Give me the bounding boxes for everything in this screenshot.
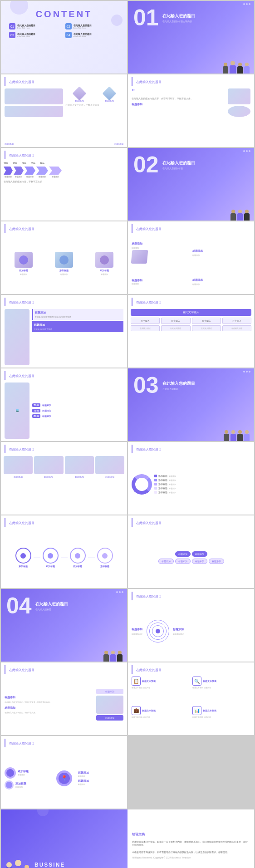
gear-label-1: 添加标题	[18, 770, 29, 774]
menu-label-4: 在此输入您的题目	[74, 33, 92, 35]
building-photo	[96, 696, 123, 714]
slide-3: 在此输入您的题目 标题添加 标题添加 在此输入文字内容，字数不宜太多	[1, 74, 127, 147]
photo-label-13-4: 标题添加	[95, 476, 124, 478]
globe-row-2: 添加标题 标题添加	[154, 479, 250, 481]
slide-4: 在此输入您的题目 " 在此输入您的描述内容文字，内容简洁明了，字数不宜太多。 标…	[128, 74, 254, 147]
biz-people-4	[103, 651, 123, 662]
diamond-2	[102, 86, 116, 100]
slide-3-header: 在此输入您的题目	[5, 77, 123, 86]
dots-deco-17	[116, 591, 123, 593]
gear-row-1: 添加标题 标题添加	[5, 767, 50, 779]
ring-center	[156, 629, 160, 633]
chapter-title-4: 在此输入您的题目	[35, 601, 68, 607]
label-19-2: 标题添加	[5, 706, 94, 710]
photo-label-13-1: 标题添加	[4, 476, 33, 478]
pair-label-8-4: 标题添加	[192, 278, 251, 282]
chapter-number-1: 01	[133, 6, 159, 29]
photo-s13-1	[4, 456, 33, 474]
gear-label-4: 标题添加	[78, 779, 89, 783]
table-desc-1: 在此输入描述	[131, 325, 160, 331]
gear-main: 📍	[56, 770, 72, 786]
icon-label-text-3: 标题文本预填	[142, 709, 156, 712]
globe-row-5: 添加标题 标题添加	[154, 491, 250, 494]
thankyou-text-3: All Rights Reserved. Copyright © 2024 Bu…	[132, 856, 250, 860]
legend-2	[154, 479, 157, 481]
photo-s4-2	[228, 106, 250, 117]
flow-light-2: 标题添加	[175, 559, 191, 564]
slide-12: 03 在此输入您的题目 在此输入副标题	[128, 368, 254, 441]
gear-label-2: 添加标题	[15, 782, 26, 786]
photo-s13-4	[95, 456, 124, 474]
slide-20-header: 在此输入您的题目	[132, 665, 250, 674]
gear-label-3: 标题添加	[78, 771, 89, 775]
pct-row-3: 80% 标题添加	[32, 414, 123, 418]
thankyou-left: BUSSINE 感谢您的观看	[1, 809, 128, 868]
slide-11-header: 在此输入您的题目	[5, 371, 123, 380]
globe-label-4: 添加标题	[158, 487, 167, 490]
thankyou-text-area: BUSSINE 感谢您的观看	[34, 862, 73, 868]
desc-19-1: 在此输入内容文字描述，字数不宜太多，控制在两行以内。	[5, 701, 94, 703]
dots-deco-6	[243, 150, 250, 152]
pair-desc-8-1: 标题添加	[132, 247, 190, 249]
photo-label-13-2: 标题添加	[34, 476, 63, 478]
pair-8-4: 标题添加 标题添加	[192, 278, 251, 285]
pair-desc-8-2: 标题添加	[192, 254, 251, 256]
slide-16-header: 在此输入您的题目	[132, 518, 250, 527]
gear-row-4: 标题添加 标题添加	[78, 779, 123, 785]
pair-8-3: 标题添加 标题添加	[132, 279, 190, 285]
circle-item-1: 添加标题	[15, 548, 31, 568]
icon-img-2: 🔍	[192, 677, 201, 686]
slide-18: 在此输入您的题目 标题添加 标题添加描述 标题添加 标题添加描述	[128, 589, 254, 662]
pair-8-1: 标题添加 标题添加	[132, 242, 190, 264]
circle-connector-1	[34, 558, 40, 558]
pair-label-8-1: 标题添加	[132, 242, 190, 246]
legend-3	[154, 483, 157, 485]
slide-18-header: 在此输入您的题目	[132, 592, 250, 600]
flow-light-1: 标题添加	[158, 559, 174, 564]
desc-19-2: 在此输入内容文字描述，字数不宜太多。	[5, 711, 94, 714]
gear-sublabel-2: 标题添加	[15, 786, 26, 788]
pct-row-1: 70% 标题添加	[32, 403, 123, 407]
globe-label-5: 添加标题	[158, 491, 167, 494]
label-s3-bottom-1: 标题添加	[5, 142, 14, 145]
globe-label-3: 添加标题	[158, 483, 167, 485]
flow-light-3: 标题添加	[192, 559, 207, 564]
globe-row-1: 添加标题 标题添加	[154, 475, 250, 477]
icon-desc-3: 标题文本预填 描述内容	[132, 716, 190, 718]
icon-card-3: 💼 标题文本预填 标题文本预填 描述内容	[132, 706, 190, 733]
pair-label-8-3: 标题添加	[132, 279, 190, 283]
circle-1	[15, 548, 31, 564]
circle-connector-3	[88, 558, 95, 558]
slide-17: 04 在此输入您的题目 在此输入副标题	[1, 589, 127, 662]
flow-purple-2: 标题添加	[192, 551, 207, 557]
gear-sublabel-1: 标题添加	[18, 774, 29, 776]
menu-item-1: 01 在此输入您的题目 Enter Title Here	[9, 23, 63, 29]
card-label-7-2: 添加标题	[59, 269, 69, 272]
circle-inner-1	[20, 553, 26, 559]
photo-label-13-3: 标题添加	[65, 476, 94, 478]
globe-sublabel-5: 标题添加	[169, 491, 176, 494]
slide-14-header: 在此输入您的题目	[132, 445, 250, 453]
slide-8-header: 在此输入您的题目	[132, 224, 250, 233]
menu-sub-1: Enter Title Here	[17, 27, 35, 29]
icon-img-3: 💼	[132, 706, 141, 715]
photo-2	[5, 106, 63, 117]
icon-img-1: 📋	[132, 677, 141, 686]
pct-label-1: 标题添加	[42, 404, 51, 407]
chapter-sub-3: 在此输入副标题	[162, 387, 195, 390]
pct-badge-3: 80%	[32, 414, 40, 418]
menu-icon-2: 02	[65, 23, 72, 29]
menu-label-2: 在此输入您的题目	[74, 24, 92, 27]
photo-s13-3	[65, 456, 94, 474]
slide-13: 在此输入您的题目 标题添加 标题添加 标题添加 标题添加	[1, 442, 127, 515]
label-18-1: 标题添加	[132, 628, 142, 632]
menu-label-1: 在此输入您的题目	[17, 24, 35, 27]
pair-desc-8-4: 标题添加	[192, 283, 251, 285]
building-card: 标题添加	[96, 689, 123, 694]
menu-icon-4: 04	[65, 32, 72, 38]
table-desc-3: 在此输入描述	[192, 325, 221, 331]
thankyou-text-1: 感谢您观看本演示文稿，如需进一步了解相关内容，请随时联系我们。我们将竭诚为您提供…	[132, 840, 250, 847]
table-cell-3: 在字输入	[192, 318, 221, 324]
photo-icon-11: 🏙️	[16, 409, 19, 412]
slide-3-desc: 在此输入文字内容，字数不宜太多	[65, 103, 124, 107]
